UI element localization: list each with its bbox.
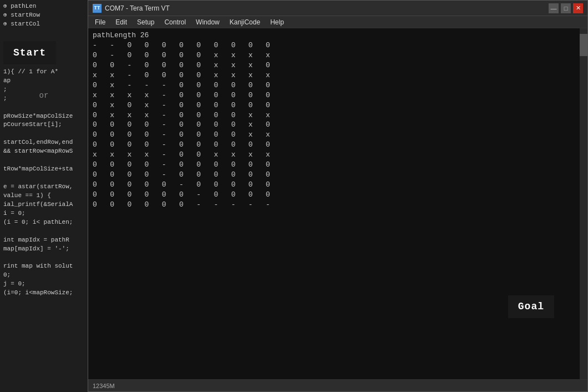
terminal-row-4: 0 x - - - 0 0 0 0 0 0 (93, 81, 583, 91)
terminal-row-15: 0 0 0 0 0 0 - 0 0 0 0 (93, 190, 583, 200)
code-line (3, 156, 88, 165)
close-button[interactable]: ✕ (573, 3, 583, 13)
code-line: startCol,endRow,end (3, 138, 88, 147)
start-label: Start (3, 41, 56, 64)
code-line (3, 254, 88, 263)
code-line (3, 174, 88, 183)
terminal-row-9: 0 0 0 0 - 0 0 0 0 x x (93, 130, 583, 140)
code-line: map[mapIdx] = '-'; (3, 245, 88, 254)
menu-window[interactable]: Window (191, 17, 224, 27)
or-text: or (0, 72, 88, 119)
minimize-button[interactable]: — (549, 3, 559, 13)
menu-edit[interactable]: Edit (111, 17, 131, 27)
terminal-row-13: 0 0 0 0 - 0 0 0 0 0 0 (93, 170, 583, 180)
code-line: && startRow<mapRowS (3, 147, 88, 156)
code-line: value == 1) { (3, 192, 88, 200)
code-line: ⊕ startCol (3, 20, 88, 29)
menu-control[interactable]: Control (160, 17, 190, 27)
status-text: 12345M (93, 383, 115, 389)
terminal-row-7: 0 x x x - 0 0 0 0 x x (93, 110, 583, 120)
title-bar: TT COM7 - Tera Term VT — □ ✕ (88, 1, 587, 16)
code-line: (i = 0; i< pathLen; (3, 218, 88, 227)
code-panel: ⊕ pathLen ⊕ startRow ⊕ startCol Start 1)… (0, 0, 92, 392)
window-title: COM7 - Tera Term VT (105, 4, 549, 12)
maximize-button[interactable]: □ (561, 3, 571, 13)
window-controls: — □ ✕ (549, 3, 583, 13)
terminal-row-1: 0 - 0 0 0 0 0 x x x x (93, 51, 583, 61)
code-line: tRow*mapColSize+sta (3, 165, 88, 174)
terminal-row-8: 0 0 0 0 - 0 0 0 0 x 0 (93, 120, 583, 130)
status-bar: 12345M (88, 379, 587, 391)
terminal-row-2: 0 0 - 0 0 0 0 x x x 0 (93, 61, 583, 71)
terminal-content[interactable]: pathLength 26 - - 0 0 0 0 0 0 0 0 0 0 - … (88, 28, 587, 379)
terminal-row-0: - - 0 0 0 0 0 0 0 0 0 (93, 41, 583, 51)
code-line: rint map with solut (3, 262, 88, 271)
code-line: pCourseStart[i]; (3, 120, 88, 129)
code-line: e = astar(startRow, (3, 183, 88, 192)
code-line (3, 29, 88, 38)
code-line: i = 0; (3, 209, 88, 218)
code-line: int mapIdx = pathR (3, 236, 88, 245)
goal-label: Goal (508, 295, 554, 318)
code-line: (i=0; i<mapRowSize; (3, 289, 88, 298)
code-line (3, 227, 88, 236)
terminal-row-16: 0 0 0 0 0 0 - - - - - (93, 200, 583, 210)
code-line: ial_printf(&SerialA (3, 200, 88, 209)
code-line: j = 0; (3, 280, 88, 289)
scrollbar[interactable] (580, 28, 587, 379)
terminal-row-10: 0 0 0 0 - 0 0 0 0 0 0 (93, 140, 583, 150)
menu-setup[interactable]: Setup (133, 17, 159, 27)
teraterm-window: TT COM7 - Tera Term VT — □ ✕ File Edit S… (88, 0, 588, 392)
terminal-row-6: 0 x 0 x - 0 0 0 0 0 0 (93, 100, 583, 110)
menu-bar: File Edit Setup Control Window KanjiCode… (88, 16, 587, 28)
menu-help[interactable]: Help (266, 17, 288, 27)
terminal-row-12: 0 0 0 0 - 0 0 0 0 0 0 (93, 160, 583, 170)
code-line: ⊕ pathLen (3, 2, 88, 11)
terminal-row-11: x x x x - 0 0 x x x x (93, 150, 583, 160)
terminal-row-3: x x - 0 0 0 0 x x x x (93, 71, 583, 81)
terminal-header: pathLength 26 (93, 31, 583, 41)
scrollbar-thumb[interactable] (580, 34, 587, 56)
code-line: ⊕ startRow (3, 11, 88, 20)
menu-file[interactable]: File (90, 17, 110, 27)
code-line: 0; (3, 271, 88, 280)
terminal-row-5: x x x x - 0 0 0 0 0 0 (93, 91, 583, 100)
terminal-row-14: 0 0 0 0 0 - 0 0 0 0 0 (93, 180, 583, 190)
code-line (3, 129, 88, 138)
menu-kanjicode[interactable]: KanjiCode (225, 17, 265, 27)
app-icon: TT (93, 4, 102, 13)
